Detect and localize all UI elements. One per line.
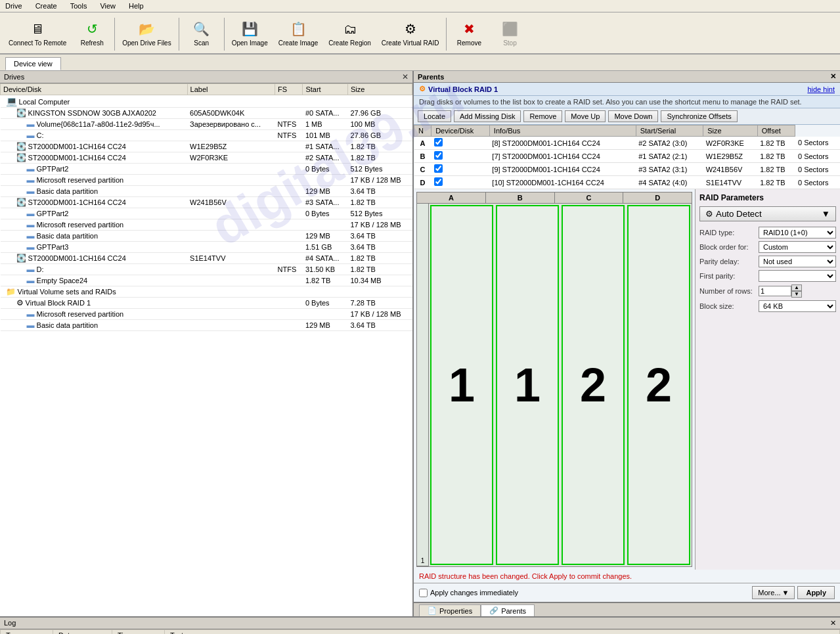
open-image-button[interactable]: 💾 Open Image [227,15,273,51]
create-virtual-raid-icon: ⚙ [400,18,421,39]
drives-label-cell [187,298,275,309]
drives-size-cell: 17 KB / 128 MB [348,175,412,186]
menu-create[interactable]: Create [33,1,60,11]
open-drive-files-button[interactable]: 📂 Open Drive Files [118,15,175,51]
create-virtual-raid-button[interactable]: ⚙ Create Virtual RAID [377,15,444,51]
parents-size-cell: 1.82 TB [757,176,795,189]
raid-type-select[interactable]: RAID10 (1+0) RAID0 RAID1 RAID5 RAID6 [759,227,836,238]
tab-parents[interactable]: 🔗 Parents [481,604,535,616]
drives-device-cell: ▬ GPTPart2 [1,164,188,175]
parents-check-cell[interactable] [431,137,490,150]
menu-help[interactable]: Help [126,1,146,11]
drives-close-button[interactable]: ✕ [402,72,409,81]
remove-disk-button[interactable]: Remove [523,110,562,122]
drives-start-cell: 129 MB [303,186,348,197]
drives-table-row[interactable]: 💽 ST2000DM001-1CH164 CC24S1E14TVV#4 SATA… [1,253,412,264]
drives-table-row[interactable]: ▬ D:NTFS31.50 KB1.82 TB [1,264,412,275]
drives-table-row[interactable]: 💽 ST2000DM001-1CH164 CC24W241B56V#3 SATA… [1,197,412,208]
first-parity-select[interactable] [759,270,836,282]
drives-table-row[interactable]: 💽 ST2000DM001-1CH164 CC24W2F0R3KE#2 SATA… [1,152,412,164]
num-rows-down-button[interactable]: ▼ [791,291,802,298]
scan-button[interactable]: 🔍 Scan [182,15,221,51]
more-button[interactable]: More... ▼ [752,586,795,599]
drives-table-row[interactable]: 💽 KINGSTON SSDNOW 30GB AJXA0202605A50DWK… [1,108,412,119]
drives-size-cell: 10.34 MB [348,275,412,286]
tab-properties[interactable]: 📄 Properties [419,604,481,616]
log-col-date: Date [53,630,112,635]
log-table: Type Date Time Text !Partition08.12.2014… [0,629,840,634]
create-image-button[interactable]: 📋 Create Image [274,15,323,51]
move-down-button[interactable]: Move Down [608,110,658,122]
parents-table-row[interactable]: B[7] ST2000DM001-1CH164 CC24#1 SATA2 (2:… [414,150,841,163]
locate-button[interactable]: Locate [418,110,451,122]
drives-table-row[interactable]: ▬ Microsoft reserved partition17 KB / 12… [1,309,412,320]
parents-table-row[interactable]: C[9] ST2000DM001-1CH164 CC24#3 SATA2 (3:… [414,163,841,176]
menu-view[interactable]: View [97,1,118,11]
parents-check-cell[interactable] [431,163,490,176]
apply-immediate-checkbox[interactable] [419,589,428,597]
num-rows-up-button[interactable]: ▲ [791,284,802,291]
drives-table-row[interactable]: 💽 ST2000DM001-1CH164 CC24W1E29B5Z#1 SATA… [1,141,412,152]
raid-row-1-num: 1 [417,204,428,566]
raid-row-numbers: 1 [417,204,429,566]
drives-table-row[interactable]: ▬ Basic data partition129 MB3.64 TB [1,186,412,197]
parents-n-cell: B [414,150,431,163]
block-order-select[interactable]: Custom Standard Reversed [759,241,836,253]
parents-check-cell[interactable] [431,176,490,189]
drives-label-cell [187,286,275,298]
apply-row: Apply changes immediately More... ▼ Appl… [414,583,840,602]
col-size: Size [348,84,412,95]
drives-table-row[interactable]: ▬ Empty Space241.82 TB10.34 MB [1,275,412,286]
drives-table-row[interactable]: ▬ Basic data partition129 MB3.64 TB [1,320,412,331]
drives-table-row[interactable]: ▬ Microsoft reserved partition17 KB / 12… [1,175,412,186]
apply-button[interactable]: Apply [797,586,835,599]
num-rows-input[interactable] [759,286,791,296]
parity-delay-select[interactable]: Not used [759,256,836,267]
move-up-button[interactable]: Move Up [565,110,606,122]
menu-tools[interactable]: Tools [68,1,90,11]
create-virtual-raid-label: Create Virtual RAID [382,39,439,47]
drives-table-row[interactable]: 📁 Virtual Volume sets and RAIDs [1,286,412,298]
drives-fs-cell [275,108,303,119]
drives-start-cell: 0 Bytes [303,164,348,175]
stop-button[interactable]: ⬛ Stop [490,15,529,51]
drives-start-cell [303,309,348,320]
synchronize-offsets-button[interactable]: Synchronize Offsets [661,110,737,122]
add-missing-disk-button[interactable]: Add Missing Disk [454,110,521,122]
connect-remote-button[interactable]: 🖥 Connect To Remote [4,15,71,51]
parents-table-row[interactable]: D[10] ST2000DM001-1CH164 CC24#4 SATA2 (4… [414,176,841,189]
drives-start-cell: #0 SATA... [303,108,348,119]
parents-table-row[interactable]: A[8] ST2000DM001-1CH164 CC24#2 SATA2 (3:… [414,137,841,150]
drives-size-cell [348,95,412,108]
auto-detect-button[interactable]: ⚙ Auto Detect ▼ [699,206,836,221]
drives-fs-cell [275,298,303,309]
drives-table-row[interactable]: ▬ GPTPart20 Bytes512 Bytes [1,208,412,219]
num-rows-row: Number of rows: ▲ ▼ [699,284,836,298]
hide-hint-link[interactable]: hide hint [807,85,835,93]
drives-table-row[interactable]: ▬ Microsoft reserved partition17 KB / 12… [1,219,412,231]
apply-immediate-label[interactable]: Apply changes immediately [419,589,518,597]
refresh-button[interactable]: ↺ Refresh [72,15,112,51]
parents-panel: Parents ✕ ⚙ Virtual Block RAID 1 hide hi… [414,71,840,616]
drives-table-row[interactable]: ⚙ Virtual Block RAID 10 Bytes7.28 TB [1,298,412,309]
drives-table-row[interactable]: ▬ GPTPart20 Bytes512 Bytes [1,164,412,175]
log-col-text: Text [165,630,840,635]
parents-info-cell: #4 SATA2 (4:0) [636,176,703,189]
drives-table-row[interactable]: ▬ C:NTFS101 MB27.86 GB [1,130,412,141]
drives-fs-cell: NTFS [275,264,303,275]
menu-drive[interactable]: Drive [3,1,25,11]
drives-table-row[interactable]: ▬ Volume{068c11a7-a80d-11e2-9d95ч...Заре… [1,119,412,130]
parity-delay-label: Parity delay: [699,258,759,265]
log-close-button[interactable]: ✕ [830,619,836,627]
drives-table-row[interactable]: 💻 Local Computer [1,95,412,108]
parents-check-cell[interactable] [431,150,490,163]
drives-fs-cell [275,208,303,219]
auto-detect-label: Auto Detect [716,209,762,219]
create-region-button[interactable]: 🗂 Create Region [324,15,375,51]
drives-table-row[interactable]: ▬ Basic data partition129 MB3.64 TB [1,231,412,242]
drives-table-row[interactable]: ▬ GPTPart31.51 GB3.64 TB [1,242,412,253]
block-size-select[interactable]: 64 KB 32 KB 128 KB 256 KB 512 KB [759,300,836,312]
device-view-tab[interactable]: Device view [5,57,61,70]
remove-button[interactable]: ✖ Remove [449,15,489,51]
parents-close-button[interactable]: ✕ [830,72,836,81]
